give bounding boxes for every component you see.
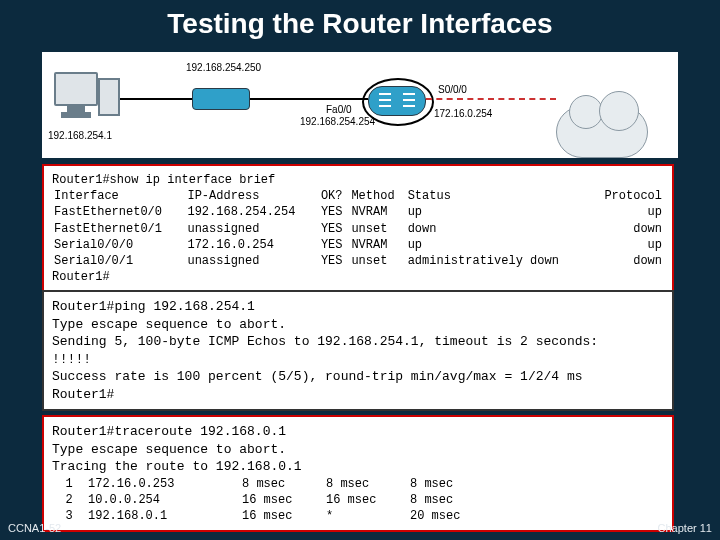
ping-line: Router1#ping 192.168.254.1 <box>52 298 664 316</box>
topology-diagram: 192.168.254.1 192.168.254.250 Fa0/0 192.… <box>42 52 678 158</box>
trace-line: Tracing the route to 192.168.0.1 <box>52 458 664 476</box>
table-row: 210.0.0.25416 msec16 msec8 msec <box>52 492 664 508</box>
router-wan-ip-label: 172.16.0.254 <box>434 108 492 119</box>
ping-line: Success rate is 100 percent (5/5), round… <box>52 368 664 386</box>
trace-hops: 1172.16.0.2538 msec8 msec8 msec 210.0.0.… <box>52 476 664 525</box>
switch-ip-label: 192.168.254.250 <box>186 62 261 73</box>
traceroute-output: Router1#traceroute 192.168.0.1 Type esca… <box>42 415 674 532</box>
router-lan-ip-label: 192.168.254.254 <box>300 116 375 127</box>
ping-line: Sending 5, 100-byte ICMP Echos to 192.16… <box>52 333 664 351</box>
table-header: Interface IP-Address OK? Method Status P… <box>52 188 664 204</box>
show-ip-prompt: Router1# <box>52 269 664 285</box>
router-lan-if-label: Fa0/0 <box>326 104 352 115</box>
trace-line: Type escape sequence to abort. <box>52 441 664 459</box>
table-row: FastEthernet0/0192.168.254.254YESNVRAMup… <box>52 204 664 220</box>
page-title: Testing the Router Interfaces <box>0 0 720 42</box>
table-row: 1172.16.0.2538 msec8 msec8 msec <box>52 476 664 492</box>
cloud-icon <box>556 106 648 158</box>
interface-table: Interface IP-Address OK? Method Status P… <box>52 188 664 269</box>
trace-cmd: Router1#traceroute 192.168.0.1 <box>52 423 664 441</box>
footer-left: CCNA1-52 <box>8 522 61 534</box>
table-row: Serial0/0/1unassignedYESunsetadministrat… <box>52 253 664 269</box>
router-highlight-ring <box>362 78 434 126</box>
footer-right: Chapter 11 <box>658 522 712 534</box>
show-ip-interface-output: Router1#show ip interface brief Interfac… <box>42 164 674 293</box>
table-row: FastEthernet0/1unassignedYESunsetdowndow… <box>52 221 664 237</box>
pc-ip-label: 192.168.254.1 <box>48 130 112 141</box>
show-ip-cmd: Router1#show ip interface brief <box>52 172 664 188</box>
ping-line: !!!!! <box>52 351 664 369</box>
switch-icon <box>192 88 250 110</box>
ping-line: Router1# <box>52 386 664 404</box>
ping-output: Router1#ping 192.168.254.1 Type escape s… <box>42 290 674 411</box>
ping-line: Type escape sequence to abort. <box>52 316 664 334</box>
table-row: 3192.168.0.116 msec*20 msec <box>52 508 664 524</box>
table-row: Serial0/0/0172.16.0.254YESNVRAMupup <box>52 237 664 253</box>
router-wan-if-label: S0/0/0 <box>438 84 467 95</box>
pc-icon <box>54 72 98 118</box>
